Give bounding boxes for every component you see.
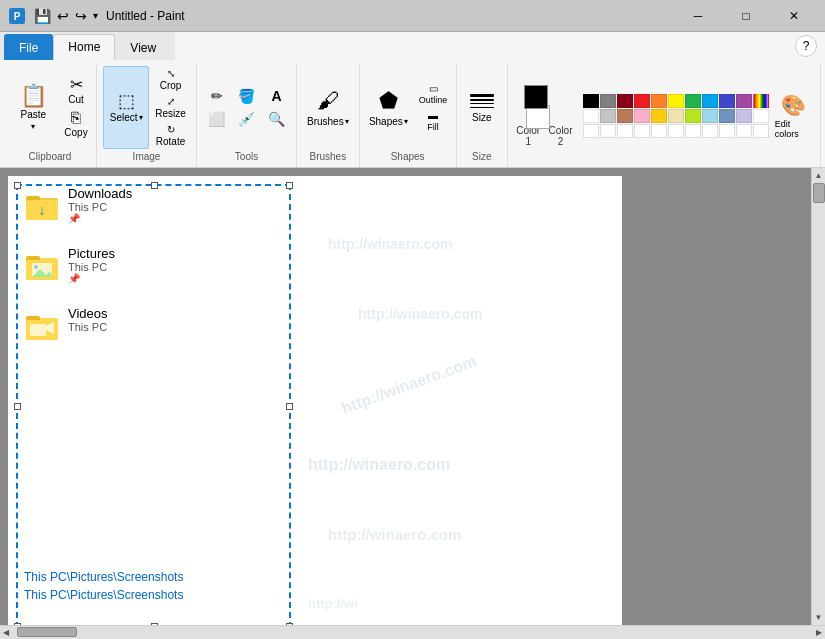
cut-button[interactable]: ✂ Cut	[60, 75, 91, 107]
pencil-icon: ✏	[211, 88, 223, 104]
picker-button[interactable]: 💉	[233, 109, 261, 129]
redo-quick-btn[interactable]: ↪	[73, 6, 89, 26]
swatch-rainbow[interactable]	[753, 94, 769, 108]
item-location: This PC	[68, 261, 115, 273]
crop-button[interactable]: ⤡ Crop	[151, 66, 190, 93]
swatch-gold[interactable]	[651, 109, 667, 123]
resize-button[interactable]: ⤢ Resize	[151, 94, 190, 121]
rotate-button[interactable]: ↻ Rotate	[151, 122, 190, 149]
brushes-group: 🖌 Brushes ▾ Brushes	[297, 64, 360, 167]
swatch-empty8[interactable]	[702, 124, 718, 138]
scroll-thumb[interactable]	[813, 183, 825, 203]
resize-icon: ⤢	[167, 96, 175, 107]
eraser-icon: ⬜	[208, 111, 225, 127]
swatch-periwinkle[interactable]	[719, 109, 735, 123]
fill-button[interactable]: 🪣	[233, 86, 261, 106]
canvas-area[interactable]: http://winaero.com http://winaero.com ht…	[0, 168, 811, 625]
svg-text:↓: ↓	[39, 202, 46, 218]
swatch-empty11[interactable]	[753, 124, 769, 138]
tab-file[interactable]: File	[4, 34, 53, 60]
swatch-empty7[interactable]	[685, 124, 701, 138]
undo-quick-btn[interactable]: ↩	[55, 6, 71, 26]
pictures-folder-icon	[24, 248, 60, 290]
explorer-panel: ↓ Downloads This PC 📌	[8, 176, 298, 625]
screenshots-link-2[interactable]: This PC\Pictures\Screenshots	[24, 588, 183, 602]
canvas[interactable]: http://winaero.com http://winaero.com ht…	[8, 176, 622, 625]
swatch-red[interactable]	[634, 94, 650, 108]
swatch-indigo[interactable]	[719, 94, 735, 108]
swatch-gray[interactable]	[600, 94, 616, 108]
videos-folder-icon	[24, 308, 60, 350]
outline-icon: ▭	[429, 83, 438, 94]
copy-button[interactable]: ⎘ Copy	[60, 108, 91, 140]
swatch-darkred[interactable]	[617, 94, 633, 108]
swatch-white[interactable]	[583, 109, 599, 123]
brushes-button[interactable]: 🖌 Brushes ▾	[302, 85, 354, 130]
rotate-icon: ↻	[167, 124, 175, 135]
size-button[interactable]: Size	[462, 89, 502, 126]
vertical-scrollbar[interactable]: ▲ ▼	[811, 168, 825, 625]
scroll-up-btn[interactable]: ▲	[815, 168, 823, 183]
swatch-lightblue[interactable]	[702, 109, 718, 123]
swatch-tan[interactable]	[617, 109, 633, 123]
swatch-white2[interactable]	[753, 109, 769, 123]
swatch-empty4[interactable]	[634, 124, 650, 138]
paste-button[interactable]: 📋 Paste ▾	[8, 82, 58, 134]
swatch-black[interactable]	[583, 94, 599, 108]
minimize-btn[interactable]: ─	[675, 0, 721, 32]
scroll-right-btn[interactable]: ▶	[813, 628, 825, 637]
svg-rect-16	[30, 324, 46, 336]
swatch-empty6[interactable]	[668, 124, 684, 138]
help-button[interactable]: ?	[795, 35, 817, 57]
h-scroll-track[interactable]	[12, 626, 813, 639]
swatch-yellow[interactable]	[668, 94, 684, 108]
save-quick-btn[interactable]: 💾	[32, 6, 53, 26]
swatch-orange[interactable]	[651, 94, 667, 108]
shapes-button[interactable]: ⬟ Shapes ▾	[364, 85, 413, 130]
swatch-empty5[interactable]	[651, 124, 667, 138]
customize-quick-btn[interactable]: ▾	[91, 6, 100, 26]
ribbon: File Home View ? 📋 Paste ▾ ✂ Cut	[0, 32, 825, 168]
screenshots-link-1[interactable]: This PC\Pictures\Screenshots	[24, 570, 183, 584]
scroll-track[interactable]	[812, 183, 825, 610]
text-button[interactable]: A	[263, 86, 291, 106]
text-icon: A	[271, 88, 281, 104]
swatch-lime[interactable]	[685, 109, 701, 123]
magnify-button[interactable]: 🔍	[263, 109, 291, 129]
swatch-lavender[interactable]	[736, 109, 752, 123]
edit-colors-button[interactable]: 🎨 Edit colors	[773, 91, 814, 141]
swatch-blue[interactable]	[702, 94, 718, 108]
horizontal-scrollbar[interactable]: ◀ ▶	[0, 625, 825, 639]
outline-button[interactable]: ▭ Outline	[415, 81, 452, 107]
fill-icon: 🪣	[238, 88, 255, 104]
swatch-purple[interactable]	[736, 94, 752, 108]
swatch-empty3[interactable]	[617, 124, 633, 138]
color1-swatch[interactable]	[524, 85, 548, 109]
magnify-icon: 🔍	[268, 111, 285, 127]
swatch-empty9[interactable]	[719, 124, 735, 138]
swatch-pink[interactable]	[634, 109, 650, 123]
item-name: Pictures	[68, 246, 115, 261]
close-btn[interactable]: ✕	[771, 0, 817, 32]
swatch-empty1[interactable]	[583, 124, 599, 138]
eraser-button[interactable]: ⬜	[203, 109, 231, 129]
tab-view[interactable]: View	[115, 34, 171, 60]
watermark-2: http://winaero.com	[328, 236, 452, 252]
scroll-left-btn[interactable]: ◀	[0, 628, 12, 637]
swatch-empty10[interactable]	[736, 124, 752, 138]
swatch-wheat[interactable]	[668, 109, 684, 123]
ribbon-tabs: File Home View	[0, 32, 175, 60]
tab-home[interactable]: Home	[53, 34, 115, 60]
scroll-down-btn[interactable]: ▼	[815, 610, 823, 625]
swatch-empty2[interactable]	[600, 124, 616, 138]
select-button[interactable]: ⬚ Select ▾	[103, 66, 149, 149]
item-location: This PC	[68, 321, 108, 333]
swatch-lightgray[interactable]	[600, 109, 616, 123]
pencil-button[interactable]: ✏	[203, 86, 231, 106]
paint-icon: P	[8, 6, 26, 26]
maximize-btn[interactable]: □	[723, 0, 769, 32]
image-group: ⬚ Select ▾ ⤡ Crop ⤢ Resize	[97, 64, 197, 167]
shape-fill-button[interactable]: ▬ Fill	[415, 108, 452, 134]
h-scroll-thumb[interactable]	[17, 627, 77, 637]
swatch-green[interactable]	[685, 94, 701, 108]
